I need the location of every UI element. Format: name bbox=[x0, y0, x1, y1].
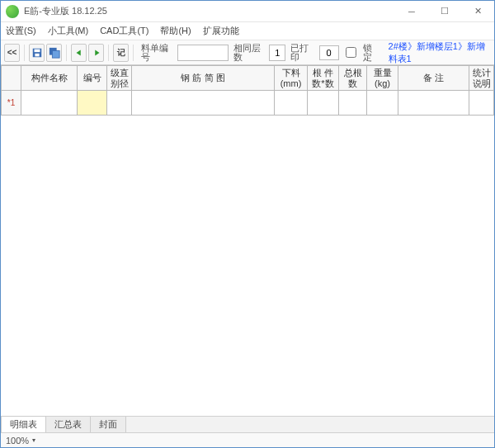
status-bar: 100% ▾ bbox=[1, 432, 494, 447]
cell-component[interactable] bbox=[21, 91, 78, 116]
col-component[interactable]: 构件名称 bbox=[21, 66, 78, 91]
separator bbox=[108, 45, 109, 61]
menu-cad[interactable]: CAD工具(T) bbox=[100, 25, 148, 37]
col-rownum[interactable] bbox=[2, 66, 21, 91]
cell-qty[interactable] bbox=[308, 91, 339, 116]
svg-rect-1 bbox=[34, 49, 40, 52]
title-bar: E筋-专业版 18.12.25 ─ ☐ ✕ bbox=[1, 1, 494, 22]
undo-button[interactable] bbox=[71, 44, 87, 62]
cell-total[interactable] bbox=[339, 91, 367, 116]
cell-grade[interactable] bbox=[107, 91, 132, 116]
redo-button[interactable] bbox=[88, 44, 104, 62]
log-button[interactable]: 记 bbox=[113, 44, 129, 62]
grid-area: 构件名称 编号 级直别径 钢 筋 简 图 下料(mm) 根 件数*数 总根 数 … bbox=[1, 65, 494, 416]
separator bbox=[133, 45, 134, 61]
loop-label: 相同层数 bbox=[233, 44, 265, 62]
lock-checkbox[interactable] bbox=[346, 47, 356, 58]
loop-input[interactable] bbox=[269, 45, 285, 61]
separator bbox=[24, 45, 25, 61]
data-grid[interactable]: 构件名称 编号 级直别径 钢 筋 简 图 下料(mm) 根 件数*数 总根 数 … bbox=[1, 65, 494, 116]
col-grade[interactable]: 级直别径 bbox=[107, 66, 132, 91]
col-sketch[interactable]: 钢 筋 简 图 bbox=[132, 66, 275, 91]
tab-cover[interactable]: 封面 bbox=[91, 417, 126, 433]
save-multi-button[interactable] bbox=[46, 44, 62, 62]
cell-weight[interactable] bbox=[367, 91, 398, 116]
tab-summary[interactable]: 汇总表 bbox=[46, 417, 91, 433]
menu-bar: 设置(S) 小工具(M) CAD工具(T) 帮助(H) 扩展功能 bbox=[1, 22, 494, 40]
billno-label: 料单编号 bbox=[141, 44, 172, 62]
table-row[interactable]: *1 bbox=[2, 91, 494, 116]
breadcrumb[interactable]: 2#楼》新增楼层1》新增料表1 bbox=[389, 40, 491, 65]
separator bbox=[66, 45, 67, 61]
minimize-button[interactable]: ─ bbox=[395, 1, 428, 22]
col-remark[interactable]: 备 注 bbox=[398, 66, 469, 91]
window-title: E筋-专业版 18.12.25 bbox=[24, 5, 395, 17]
app-window: E筋-专业版 18.12.25 ─ ☐ ✕ 设置(S) 小工具(M) CAD工具… bbox=[0, 0, 495, 448]
cell-length[interactable] bbox=[275, 91, 308, 116]
zoom-level[interactable]: 100% bbox=[6, 436, 29, 446]
close-button[interactable]: ✕ bbox=[461, 1, 494, 22]
menu-tools[interactable]: 小工具(M) bbox=[48, 25, 89, 37]
save-button[interactable] bbox=[29, 44, 45, 62]
cell-sketch[interactable] bbox=[132, 91, 275, 116]
billno-input[interactable] bbox=[177, 45, 229, 61]
maximize-button[interactable]: ☐ bbox=[428, 1, 461, 22]
collapse-button[interactable]: << bbox=[4, 44, 20, 62]
header-row: 构件名称 编号 级直别径 钢 筋 简 图 下料(mm) 根 件数*数 总根 数 … bbox=[2, 66, 494, 91]
tab-detail[interactable]: 明细表 bbox=[1, 416, 46, 432]
cell-number[interactable] bbox=[78, 91, 107, 116]
sheet-tabs: 明细表 汇总表 封面 bbox=[1, 416, 494, 432]
col-weight[interactable]: 重量(kg) bbox=[367, 66, 398, 91]
lock-label: 锁定 bbox=[363, 44, 379, 62]
row-index[interactable]: *1 bbox=[2, 91, 21, 116]
cell-stat[interactable] bbox=[469, 91, 494, 116]
cell-remark[interactable] bbox=[398, 91, 469, 116]
menu-ext[interactable]: 扩展功能 bbox=[203, 25, 239, 37]
menu-help[interactable]: 帮助(H) bbox=[160, 25, 191, 37]
svg-rect-2 bbox=[35, 53, 39, 56]
app-icon bbox=[6, 5, 19, 18]
toolbar: << 记 料单编号 相同层数 已打印 0 锁定 2#楼》新增楼层1》新增料表1 bbox=[1, 40, 494, 65]
col-number[interactable]: 编号 bbox=[78, 66, 107, 91]
menu-settings[interactable]: 设置(S) bbox=[6, 25, 36, 37]
col-stat[interactable]: 统计说明 bbox=[469, 66, 494, 91]
printed-count: 0 bbox=[319, 45, 339, 60]
zoom-dropdown-icon[interactable]: ▾ bbox=[32, 436, 35, 444]
printed-label: 已打印 bbox=[290, 44, 314, 62]
col-total[interactable]: 总根 数 bbox=[339, 66, 367, 91]
col-qty[interactable]: 根 件数*数 bbox=[308, 66, 339, 91]
col-length[interactable]: 下料(mm) bbox=[275, 66, 308, 91]
svg-rect-4 bbox=[52, 50, 59, 58]
